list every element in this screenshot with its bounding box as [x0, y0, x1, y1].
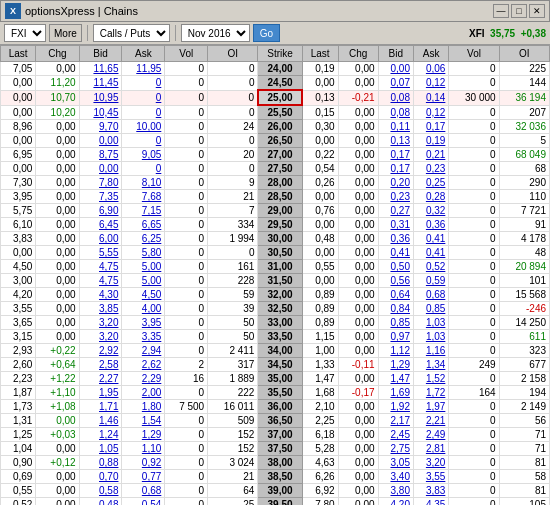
data-cell[interactable]: 2,29 — [122, 372, 165, 386]
month-select[interactable]: Nov 2016 — [181, 24, 250, 42]
data-cell[interactable]: 0,68 — [122, 484, 165, 498]
data-cell[interactable]: 2,62 — [122, 358, 165, 372]
data-cell[interactable]: 0,00 — [79, 134, 122, 148]
data-cell[interactable]: 0,48 — [79, 498, 122, 506]
data-cell[interactable]: 11,95 — [122, 62, 165, 76]
data-cell[interactable]: 11,65 — [79, 62, 122, 76]
data-cell[interactable]: 3,83 — [413, 484, 448, 498]
data-cell[interactable]: 7,80 — [79, 176, 122, 190]
data-cell[interactable]: 1,97 — [413, 400, 448, 414]
data-cell[interactable]: 3,95 — [122, 316, 165, 330]
data-cell[interactable]: 0,92 — [122, 456, 165, 470]
data-cell[interactable]: 0 — [122, 76, 165, 91]
data-cell[interactable]: 0,84 — [378, 302, 413, 316]
more-button[interactable]: More — [49, 24, 82, 42]
data-cell[interactable]: 0,07 — [378, 76, 413, 91]
data-cell[interactable]: 2,00 — [122, 386, 165, 400]
data-cell[interactable]: 1,80 — [122, 400, 165, 414]
data-cell[interactable]: 7,35 — [79, 190, 122, 204]
data-cell[interactable]: 0,28 — [413, 190, 448, 204]
data-cell[interactable]: 6,25 — [122, 232, 165, 246]
data-cell[interactable]: 0,36 — [413, 218, 448, 232]
data-cell[interactable]: 6,45 — [79, 218, 122, 232]
data-cell[interactable]: 0,58 — [79, 484, 122, 498]
data-cell[interactable]: 7,68 — [122, 190, 165, 204]
data-cell[interactable]: 2,17 — [378, 414, 413, 428]
data-cell[interactable]: 10,45 — [79, 105, 122, 120]
data-cell[interactable]: 10,00 — [122, 120, 165, 134]
data-cell[interactable]: 4,50 — [122, 288, 165, 302]
data-cell[interactable]: 0,11 — [378, 120, 413, 134]
data-cell[interactable]: 0,17 — [378, 162, 413, 176]
data-cell[interactable]: 0,41 — [413, 232, 448, 246]
data-cell[interactable]: 1,12 — [378, 344, 413, 358]
data-cell[interactable]: 3,05 — [378, 456, 413, 470]
data-cell[interactable]: 8,75 — [79, 148, 122, 162]
data-cell[interactable]: 3,85 — [79, 302, 122, 316]
data-cell[interactable]: 1,72 — [413, 386, 448, 400]
data-cell[interactable]: 2,81 — [413, 442, 448, 456]
data-cell[interactable]: 0,85 — [378, 316, 413, 330]
data-cell[interactable]: 3,55 — [413, 470, 448, 484]
data-cell[interactable]: 0,08 — [378, 105, 413, 120]
data-cell[interactable]: 1,16 — [413, 344, 448, 358]
data-cell[interactable]: 0,77 — [122, 470, 165, 484]
data-cell[interactable]: 4,35 — [413, 498, 448, 506]
data-cell[interactable]: 0,23 — [378, 190, 413, 204]
data-cell[interactable]: 1,24 — [79, 428, 122, 442]
data-cell[interactable]: 4,30 — [79, 288, 122, 302]
data-cell[interactable]: 0,12 — [413, 105, 448, 120]
data-cell[interactable]: 10,95 — [79, 90, 122, 105]
data-cell[interactable]: 0,41 — [413, 246, 448, 260]
data-cell[interactable]: 0 — [122, 134, 165, 148]
data-cell[interactable]: 0,13 — [378, 134, 413, 148]
minimize-button[interactable]: — — [493, 4, 509, 18]
data-cell[interactable]: 2,58 — [79, 358, 122, 372]
data-cell[interactable]: 0 — [122, 162, 165, 176]
go-button[interactable]: Go — [253, 24, 280, 42]
data-cell[interactable]: 1,92 — [378, 400, 413, 414]
data-cell[interactable]: 0,20 — [378, 176, 413, 190]
data-cell[interactable]: 4,20 — [378, 498, 413, 506]
data-cell[interactable]: 2,92 — [79, 344, 122, 358]
data-cell[interactable]: 2,27 — [79, 372, 122, 386]
data-cell[interactable]: 0,17 — [378, 148, 413, 162]
data-cell[interactable]: 0,56 — [378, 274, 413, 288]
data-cell[interactable]: 1,34 — [413, 358, 448, 372]
data-cell[interactable]: 3,20 — [413, 456, 448, 470]
data-cell[interactable]: 0,88 — [79, 456, 122, 470]
data-cell[interactable]: 1,03 — [413, 330, 448, 344]
data-cell[interactable]: 4,75 — [79, 260, 122, 274]
data-cell[interactable]: 0,59 — [413, 274, 448, 288]
data-cell[interactable]: 2,45 — [378, 428, 413, 442]
data-cell[interactable]: 1,46 — [79, 414, 122, 428]
data-cell[interactable]: 3,35 — [122, 330, 165, 344]
data-cell[interactable]: 1,10 — [122, 442, 165, 456]
data-cell[interactable]: 0,06 — [413, 62, 448, 76]
data-cell[interactable]: 2,94 — [122, 344, 165, 358]
data-cell[interactable]: 0,31 — [378, 218, 413, 232]
data-cell[interactable]: 0,52 — [413, 260, 448, 274]
data-cell[interactable]: 9,70 — [79, 120, 122, 134]
data-cell[interactable]: 0,00 — [378, 62, 413, 76]
data-cell[interactable]: 1,54 — [122, 414, 165, 428]
data-cell[interactable]: 3,80 — [378, 484, 413, 498]
data-cell[interactable]: 0,17 — [413, 120, 448, 134]
data-cell[interactable]: 1,52 — [413, 372, 448, 386]
data-cell[interactable]: 0,27 — [378, 204, 413, 218]
data-cell[interactable]: 1,71 — [79, 400, 122, 414]
data-cell[interactable]: 3,40 — [378, 470, 413, 484]
data-cell[interactable]: 0,54 — [122, 498, 165, 506]
data-cell[interactable]: 1,05 — [79, 442, 122, 456]
data-cell[interactable]: 5,80 — [122, 246, 165, 260]
data-cell[interactable]: 0,14 — [413, 90, 448, 105]
data-cell[interactable]: 0,25 — [413, 176, 448, 190]
data-cell[interactable]: 0,19 — [413, 134, 448, 148]
data-cell[interactable]: 1,29 — [122, 428, 165, 442]
data-cell[interactable]: 0 — [122, 105, 165, 120]
maximize-button[interactable]: □ — [511, 4, 527, 18]
data-cell[interactable]: 0,23 — [413, 162, 448, 176]
data-cell[interactable]: 1,29 — [378, 358, 413, 372]
data-cell[interactable]: 3,20 — [79, 330, 122, 344]
data-cell[interactable]: 7,15 — [122, 204, 165, 218]
